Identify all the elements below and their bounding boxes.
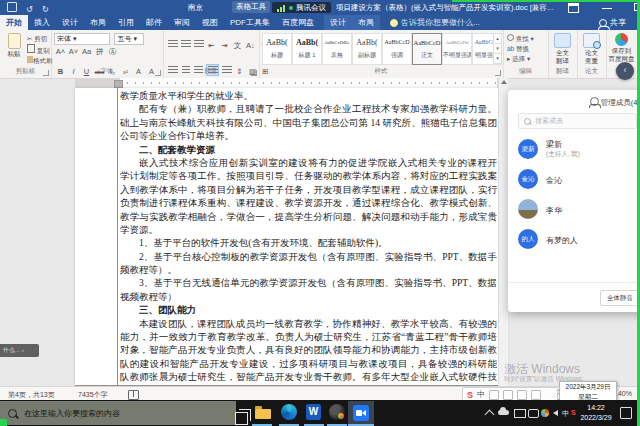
sogou-logo-icon[interactable]: S xyxy=(467,390,473,400)
tab-table-design[interactable]: 设计 xyxy=(324,15,352,30)
sort-icon[interactable]: A↓ xyxy=(245,41,256,51)
share-button[interactable]: 共享 xyxy=(599,15,626,30)
ime-mode-chinese[interactable]: 中 xyxy=(477,389,485,400)
taskbar-clock[interactable]: 14:222022/3/29 xyxy=(578,403,614,423)
member-row[interactable]: 金沁 金沁 xyxy=(508,164,640,194)
meeting-overlay-pill[interactable]: 腾讯会议 xyxy=(272,2,331,13)
style-chip[interactable]: AaBb(标题 1 xyxy=(292,33,322,65)
replace-button[interactable]: ab 替换 xyxy=(507,44,534,54)
save-icon[interactable] xyxy=(7,2,17,12)
keyboard-icon[interactable] xyxy=(531,390,541,400)
taskbar-search-box[interactable]: 在这里输入你要搜索的内容 xyxy=(0,401,236,425)
task-view-button[interactable] xyxy=(232,404,250,422)
tab-references[interactable]: 引用 xyxy=(112,15,140,30)
paper-check-button[interactable]: 论文查重 xyxy=(579,33,604,64)
style-chip[interactable]: AaBbCcDdEe表格 xyxy=(322,33,352,65)
asian-layout-icon[interactable]: 文 xyxy=(232,41,243,51)
member-row[interactable]: 的人 有梦的人 xyxy=(508,224,640,254)
tab-insert[interactable]: 插入 xyxy=(28,15,56,30)
sogou-tray-icon[interactable]: S xyxy=(571,409,576,416)
edge-button[interactable] xyxy=(281,404,299,422)
font-size-combo[interactable]: 五号 ▾ xyxy=(114,33,144,45)
doc-line: 3、基于平台无线通信单元的教学资源开发包（含有原理图、实验指导书、PPT、数据手… xyxy=(120,277,497,290)
tab-pdf-tools[interactable]: PDF工具集 xyxy=(224,15,276,30)
pen-icon[interactable] xyxy=(503,390,513,400)
browser-button[interactable] xyxy=(329,404,347,422)
proofing-icon[interactable] xyxy=(128,390,139,400)
tab-view[interactable]: 视图 xyxy=(196,15,224,30)
panel-collapse-handle[interactable]: ‹ xyxy=(616,62,634,80)
select-button[interactable]: ▸ 选择 ▾ xyxy=(507,54,534,64)
tell-me-box[interactable]: 告诉我你想要做什么... xyxy=(390,15,480,30)
paste-button[interactable]: 粘贴 xyxy=(3,33,25,58)
scroll-up-icon[interactable] xyxy=(501,80,507,84)
phonetic-guide-button[interactable]: 拼 xyxy=(94,47,105,57)
format-painter-button[interactable]: 格式刷 xyxy=(27,56,53,66)
find-button[interactable]: 查找 ▾ xyxy=(507,34,534,44)
word-button[interactable]: W xyxy=(306,404,324,422)
punctuation-icon[interactable] xyxy=(489,390,499,400)
search-icon xyxy=(524,118,531,125)
shrink-font-button[interactable]: A˅ xyxy=(68,47,79,57)
style-chip[interactable]: AaBb(副标题 xyxy=(352,33,382,65)
tab-layout[interactable]: 布局 xyxy=(84,15,112,30)
tab-baidu-netdisk[interactable]: 百度网盘 xyxy=(276,15,320,30)
style-chip[interactable]: AaBbCcDd不明显强调 xyxy=(442,33,472,65)
numbering-icon[interactable] xyxy=(180,39,191,49)
page-indicator[interactable]: 第4页，共13页 xyxy=(8,390,55,400)
horizontal-ruler[interactable] xyxy=(75,78,507,88)
translate-button[interactable]: 全文翻译 xyxy=(550,33,575,64)
chat-icon[interactable] xyxy=(528,409,539,418)
word-count[interactable]: 7435个字 xyxy=(78,390,108,400)
tab-mailings[interactable]: 邮件 xyxy=(140,15,168,30)
folder-icon xyxy=(255,409,271,419)
styles-gallery-more-icon[interactable]: ▾ xyxy=(493,53,502,64)
styles-dialog-launcher[interactable] xyxy=(495,70,501,76)
undo-icon[interactable]: ↺ xyxy=(26,5,33,14)
mic-icon[interactable] xyxy=(517,390,527,400)
font-dialog-launcher[interactable] xyxy=(155,70,161,76)
table-column-marker[interactable] xyxy=(114,80,123,88)
action-center-icon[interactable] xyxy=(620,407,632,419)
display-icon[interactable] xyxy=(514,409,526,418)
save-to-netdisk-button[interactable]: 保存到百度网盘 xyxy=(608,33,635,62)
style-chip[interactable]: AaBbCcD强调 xyxy=(382,33,412,65)
member-row[interactable]: 李华 xyxy=(508,194,640,224)
tab-review[interactable]: 审阅 xyxy=(168,15,196,30)
style-chip[interactable]: AaBb(标题 xyxy=(262,33,292,65)
mute-all-button[interactable]: 全体静音 xyxy=(600,290,640,306)
multilevel-list-icon[interactable] xyxy=(193,39,204,49)
member-row[interactable]: 梁新 梁新 (主持人, 我) xyxy=(508,134,640,164)
copy-button[interactable]: 复制 xyxy=(27,44,53,56)
font-name-combo[interactable]: 宋体 ▾ xyxy=(54,33,110,45)
paragraph-dialog-launcher[interactable] xyxy=(251,70,257,76)
grow-font-button[interactable]: A˄ xyxy=(55,47,66,57)
tencent-meeting-button[interactable] xyxy=(348,401,374,425)
taskbar-search-placeholder: 在这里输入你要搜索的内容 xyxy=(24,408,120,419)
cloud-icon[interactable] xyxy=(498,410,509,415)
translate-icon xyxy=(554,33,571,48)
tray-expand-icon[interactable] xyxy=(485,410,495,420)
cut-button[interactable]: ✂ 剪切 xyxy=(27,34,53,44)
minimize-button[interactable] xyxy=(602,3,612,11)
tab-design[interactable]: 设计 xyxy=(56,15,84,30)
file-explorer-button[interactable] xyxy=(254,404,272,422)
tray-ime-indicator[interactable]: 中 xyxy=(562,409,569,419)
ribbon-display-options-button[interactable] xyxy=(568,3,578,11)
pinwheel-icon[interactable] xyxy=(541,409,549,417)
member-search-input[interactable]: 搜索成员 xyxy=(518,113,637,129)
char-border-button[interactable]: Ⓐ xyxy=(107,47,118,57)
speaker-icon[interactable] xyxy=(553,410,558,416)
tab-table-layout[interactable]: 布局 xyxy=(352,15,380,30)
vertical-scrollbar[interactable] xyxy=(498,78,508,386)
redo-icon[interactable]: ↻ xyxy=(42,5,49,14)
style-chip-selected[interactable]: AaBbCcD正文 xyxy=(412,33,442,65)
manage-members-header[interactable]: 管理成员(4) xyxy=(508,97,640,108)
clipboard-dialog-launcher[interactable] xyxy=(43,70,49,76)
tab-home[interactable]: 开始 xyxy=(0,15,28,30)
change-case-button[interactable]: Aa xyxy=(81,47,92,57)
decrease-indent-icon[interactable]: ⇤ xyxy=(206,41,217,51)
collapsed-float-bar[interactable]: 什么... ‹ xyxy=(0,344,39,357)
increase-indent-icon[interactable]: ⇥ xyxy=(219,41,230,51)
bullets-icon[interactable] xyxy=(167,39,178,49)
